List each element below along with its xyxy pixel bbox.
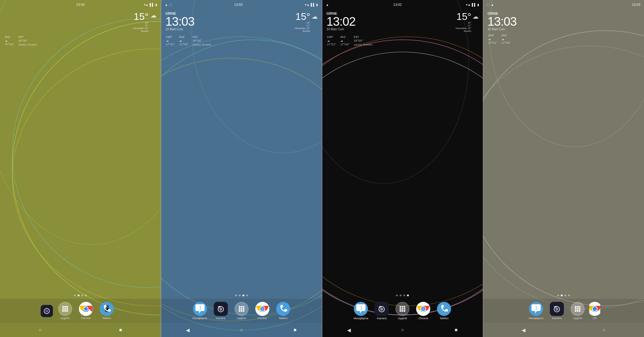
app-label-chrome-partial-4: Chr xyxy=(593,317,597,320)
screenshot-icon-2: ⬚ xyxy=(169,3,172,6)
app-mesajlasma-3[interactable]: :) Mesajlaşma xyxy=(352,302,370,320)
temp-main-1: 15° xyxy=(133,12,149,21)
app-label-kamera-3: Kamera xyxy=(377,317,387,320)
svg-point-67 xyxy=(402,310,404,312)
app-uygulamalar-1[interactable]: Uyglmlr xyxy=(56,302,74,320)
app-chrome-2[interactable]: Chrome xyxy=(253,302,272,320)
svg-point-62 xyxy=(404,306,405,308)
app-kamera-2[interactable]: Kamera xyxy=(212,302,230,320)
nav-square-2[interactable]: ■ xyxy=(292,327,298,333)
app-chrome-1[interactable]: Chrome xyxy=(77,302,95,320)
app-uygulamalar-4[interactable]: Uyglmlr xyxy=(568,302,587,320)
svg-point-84 xyxy=(575,306,577,308)
app-telefon-3[interactable]: Telefon xyxy=(435,302,453,320)
app-mesajlasma-4[interactable]: :) Mesajlaşma xyxy=(527,302,545,320)
svg-text::): :) xyxy=(198,305,201,310)
nav-back-4[interactable]: ◀ xyxy=(520,327,527,333)
app-chrome-3[interactable]: Chrome xyxy=(414,302,432,320)
wifi-icon-1: ▾▲ xyxy=(144,3,149,6)
nav-square-3[interactable]: ■ xyxy=(453,327,460,333)
app-dock-4: :) Mesajlaşma Kamera xyxy=(483,299,644,323)
svg-point-90 xyxy=(575,310,577,312)
app-camera-partial-1[interactable] xyxy=(45,305,54,317)
screen-3: ▲ 13:02 ▾▲ ▌▌ ▮ GİRNE 13:02 10 Mart Cum … xyxy=(322,0,483,337)
nav-back-2[interactable]: ◀ xyxy=(184,327,191,333)
temp-main-3: 15° xyxy=(456,12,471,21)
svg-point-8 xyxy=(62,306,64,308)
svg-point-14 xyxy=(62,310,64,312)
app-uygulamalar-3[interactable]: Uyglmlr xyxy=(393,302,412,320)
app-kamera-3[interactable]: Kamera xyxy=(372,302,391,320)
svg-point-88 xyxy=(577,308,579,310)
app-label-kamera-4: Kamera xyxy=(552,317,562,320)
drive-icon-2: ▲ xyxy=(165,3,168,6)
status-bar-3: ▲ 13:02 ▾▲ ▌▌ ▮ xyxy=(322,0,483,9)
svg-point-6 xyxy=(45,309,48,312)
svg-point-31 xyxy=(219,308,222,311)
forecast-2: CMT ☁ 17°/11° PAZ ☁ 17°/10° PZT 19°/10° … xyxy=(165,35,318,46)
app-telefon-1[interactable]: 📱 Telefon xyxy=(98,302,116,320)
svg-point-11 xyxy=(62,308,64,310)
app-mesajlasma-2[interactable]: :) Mesajlaşma xyxy=(191,302,209,320)
app-kamera-4[interactable]: Kamera xyxy=(548,302,566,320)
app-label-uyg-2: Uyglmlr xyxy=(237,317,246,320)
battery-icon-1: ▮ xyxy=(155,3,157,6)
screen-4: ⬚ ▲ 13:03 GİRNE 13:03 10 Mart Cum CMT ☁ … xyxy=(483,0,644,337)
drive-icon-3: ▲ xyxy=(326,3,329,6)
svg-point-15 xyxy=(64,310,66,312)
location-2: GİRNE xyxy=(165,12,194,15)
dot-3-2 xyxy=(403,294,405,296)
app-uygulamalar-2[interactable]: Uyglmlr xyxy=(232,302,251,320)
app-telefon-2[interactable]: Telefon xyxy=(274,302,292,320)
status-time-3: 13:02 xyxy=(393,3,402,6)
dot-2-1 xyxy=(239,294,241,296)
svg-point-12 xyxy=(64,308,66,310)
nav-bar-1: ○ ■ xyxy=(0,323,161,337)
weather-widget-4: GİRNE 13:03 10 Mart Cum CMT ☁ 17°/11° PA… xyxy=(483,9,644,47)
dot-4-3 xyxy=(568,294,570,296)
app-label-mes-3: Mesajlaşma xyxy=(353,317,368,320)
forecast-1: PAZ ☁ 17°/10° PZT 19°/10° GENİŞ TAHMİN xyxy=(4,35,157,46)
app-label-mes-2: Mesajlaşma xyxy=(193,317,207,320)
weather-widget-2: GİRNE 13:03 10 Mart Cum 15° 19° 11° Hiss… xyxy=(161,9,322,49)
nav-circle-1[interactable]: ○ xyxy=(37,327,43,333)
app-label-uyg-1: Uyglmlr xyxy=(61,317,70,320)
svg-point-41 xyxy=(241,310,242,312)
forecast-4: CMT ☁ 17°/11° PAZ ☁ 17°/10° xyxy=(487,34,640,44)
app-label-uyg-4: Uyglmlr xyxy=(573,317,583,320)
svg-point-72 xyxy=(422,308,424,310)
svg-point-60 xyxy=(400,306,402,308)
svg-point-87 xyxy=(575,308,577,310)
app-label-tel-2: Telefon xyxy=(279,317,287,320)
svg-point-95 xyxy=(593,307,597,311)
svg-point-57 xyxy=(380,308,383,311)
cloud-icon-3: ☁ xyxy=(472,13,479,20)
svg-point-89 xyxy=(579,308,581,310)
app-label-chrome-3: Chrome xyxy=(418,317,428,320)
app-label-mes-4: Mesajlaşma xyxy=(529,317,543,320)
nav-back-3[interactable]: ◀ xyxy=(346,327,352,333)
svg-point-61 xyxy=(402,306,404,308)
svg-rect-82 xyxy=(554,306,557,308)
time-large-2: 13:03 xyxy=(165,15,194,28)
nav-square-1[interactable]: ■ xyxy=(117,327,124,333)
svg-point-85 xyxy=(577,306,579,308)
svg-point-91 xyxy=(577,310,579,312)
svg-point-48 xyxy=(276,302,290,316)
nav-bar-3: ◀ ○ ■ xyxy=(322,323,483,337)
nav-circle-4[interactable]: ○ xyxy=(601,327,607,333)
nav-circle-3[interactable]: ○ xyxy=(399,327,406,333)
nav-circle-2[interactable]: ○ xyxy=(238,327,245,333)
svg-point-65 xyxy=(404,308,405,310)
svg-point-9 xyxy=(64,306,66,308)
status-bar-4: ⬚ ▲ 13:03 xyxy=(483,0,644,9)
svg-point-34 xyxy=(239,306,240,308)
svg-point-73 xyxy=(437,302,451,316)
screenshot-icon-4: ⬚ xyxy=(487,3,490,6)
app-chrome-partial-4[interactable]: Chr xyxy=(589,302,600,320)
svg-point-10 xyxy=(66,306,68,308)
page-indicators-4 xyxy=(483,292,644,299)
nav-bar-2: ◀ ○ ■ xyxy=(161,323,322,337)
status-left-icons-4: ⬚ ▲ xyxy=(487,3,494,6)
status-time-1: 13:03 xyxy=(76,3,85,6)
